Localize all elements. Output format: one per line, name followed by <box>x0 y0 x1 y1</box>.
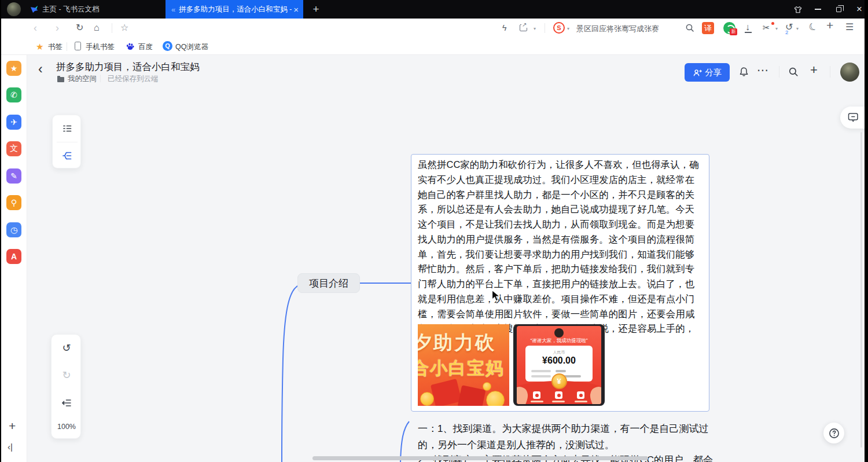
cash-quote: “谢谢大家，我成功提现啦” <box>517 338 601 344</box>
promo-line1: 夕助力砍 <box>418 330 496 356</box>
game-center-icon[interactable]: 新 <box>723 22 735 34</box>
cash-amount: ¥600.00 <box>525 355 593 366</box>
view-switch-panel <box>52 115 81 168</box>
forward-icon[interactable]: › <box>56 23 59 32</box>
menu-icon[interactable]: ☰ <box>845 23 854 32</box>
bookmarks-star-icon[interactable]: ★ <box>36 42 43 52</box>
comments-pill[interactable] <box>840 107 868 129</box>
new-badge: 新 <box>730 28 737 35</box>
feishu-favicon <box>30 5 38 13</box>
translate-icon[interactable]: 译 <box>702 22 714 34</box>
mini-app-icon <box>533 391 540 399</box>
tab-title: 主页 - 飞书云文档 <box>42 5 100 14</box>
dock-favorites-icon[interactable]: ★ <box>6 61 21 76</box>
bookmark-star-icon[interactable]: ☆ <box>120 23 128 32</box>
engine-caret-icon[interactable]: ▾ <box>567 26 569 31</box>
dark-mode-moon-icon[interactable]: ☾ <box>807 21 819 34</box>
tab-title: 拼多多助力项目，适合小白和宝妈 - <box>179 5 292 14</box>
back-icon[interactable]: ‹ <box>34 23 37 32</box>
dock-history-icon[interactable]: ◷ <box>6 222 21 237</box>
cash-avatar <box>554 328 564 338</box>
comment-icon <box>848 112 859 123</box>
maximize-button[interactable] <box>829 0 848 19</box>
new-tab-button[interactable]: + <box>309 2 323 16</box>
baidu-paw-icon[interactable] <box>126 42 135 51</box>
bookmark-item[interactable]: QQ浏览器 <box>175 42 208 52</box>
mindmap-node-step1[interactable]: 一：1、找到渠道。为大家提供两个助力渠道，有一个是自己测试过的，另外一个渠道是别… <box>418 421 714 453</box>
text-bar <box>556 370 566 372</box>
lightning-icon[interactable]: ϟ <box>502 23 506 32</box>
cash-screen: “谢谢大家，我成功提现啦” 人民币 ¥600.00 ¥ <box>517 326 601 404</box>
vertical-scrollbar[interactable] <box>860 132 862 448</box>
window-frame-right <box>865 0 868 462</box>
add-icon[interactable]: + <box>826 21 833 30</box>
browser-toolbar: ‹ › ↻ ⌂ ☆ ϟ ↗ ▾ S ▾ 景区回应将张骞写成张赛 译 新 ↓ ✂ … <box>0 19 868 38</box>
dock-add-icon[interactable]: + <box>9 419 16 433</box>
minimize-button[interactable] <box>808 0 827 19</box>
currency-label: 人民币 <box>525 350 593 355</box>
dock-search-icon[interactable]: ⚲ <box>6 195 21 210</box>
collapse-sidebar-icon[interactable]: ‹| <box>8 442 13 452</box>
screenshot-scissors-icon[interactable]: ✂ <box>763 23 770 32</box>
gold-coin <box>486 391 505 406</box>
home-icon[interactable]: ⌂ <box>94 23 100 32</box>
red-envelope <box>431 379 462 406</box>
dock-pdf-icon[interactable]: A <box>6 249 21 264</box>
redo-icon[interactable]: ↻ <box>52 369 82 382</box>
qq-browser-icon[interactable]: Q <box>163 41 172 51</box>
bookmark-item[interactable]: 书签 <box>48 42 62 52</box>
collapse-branches-icon[interactable] <box>61 397 72 409</box>
zoom-level[interactable]: 100% <box>52 423 82 431</box>
window-frame-left <box>0 0 1 462</box>
zoom-control-panel: ↺ ↻ 100% <box>51 334 81 439</box>
close-tab-icon[interactable]: × <box>293 5 299 14</box>
scissors-notification-dot <box>771 22 774 25</box>
bookmark-item[interactable]: 百度 <box>138 42 153 52</box>
scissors-caret-icon[interactable]: ▾ <box>775 26 778 31</box>
mindmap-node-detail-card[interactable]: 虽然拼CC家的助力和砍价行为，让很多人不喜欢，但也得承认，确实有不少人也真正提现… <box>411 154 709 412</box>
undo-caret-icon[interactable]: ▾ <box>796 26 799 31</box>
intro-paragraph: 虽然拼CC家的助力和砍价行为，让很多人不喜欢，但也得承认，确实有不少人也真正提现… <box>418 157 704 351</box>
mini-app-label <box>575 401 587 402</box>
mindmap-view-button[interactable] <box>53 142 82 169</box>
browser-profile-avatar[interactable] <box>7 2 21 16</box>
mini-app-label <box>552 401 565 402</box>
theme-skin-icon[interactable] <box>788 0 808 19</box>
tab-feishu-home[interactable]: 主页 - 飞书云文档 <box>24 0 165 19</box>
dock-translate-icon[interactable]: 文 <box>6 141 21 156</box>
search-engine-icon[interactable]: S <box>553 22 565 34</box>
question-icon <box>829 428 840 439</box>
undo-icon[interactable]: ↺ <box>52 342 82 354</box>
search-icon[interactable] <box>685 23 694 32</box>
sidebar-dock: ★ ✆ ✈ 文 ✎ ⚲ ◷ A + ‹| <box>0 55 27 462</box>
cash-screenshot-image[interactable]: “谢谢大家，我成功提现啦” 人民币 ¥600.00 ¥ <box>513 324 605 406</box>
download-icon[interactable]: ↓ <box>745 23 750 32</box>
browser-window: 主页 - 飞书云文档 « 拼多多助力项目，适合小白和宝妈 - × + × ‹ ›… <box>0 0 868 462</box>
mobile-bookmarks-icon[interactable] <box>75 42 81 50</box>
tab-bar: 主页 - 飞书云文档 « 拼多多助力项目，适合小白和宝妈 - × + × <box>0 0 868 19</box>
hot-search-text[interactable]: 景区回应将张骞写成张赛 <box>576 24 659 34</box>
horizontal-scrollbar[interactable] <box>312 456 648 460</box>
dock-travel-icon[interactable]: ✈ <box>6 115 21 130</box>
mini-app-icon <box>577 391 584 399</box>
promo-image[interactable]: 夕助力砍 合小白宝妈 <box>418 324 509 406</box>
tab-doc-active[interactable]: « 拼多多助力项目，适合小白和宝妈 - × <box>165 0 303 19</box>
mini-app-icon <box>555 391 562 399</box>
mindmap-icon <box>61 150 73 162</box>
send-caret-icon[interactable]: ▾ <box>534 26 536 31</box>
red-envelope <box>458 385 486 406</box>
undo-count: 2 <box>785 29 788 35</box>
cash-coin: ¥ <box>551 373 567 389</box>
reload-icon[interactable]: ↻ <box>76 23 83 32</box>
bookmark-item[interactable]: 手机书签 <box>86 42 115 52</box>
text-bar <box>531 370 551 372</box>
help-button[interactable] <box>823 423 844 443</box>
mindmap-node-intro[interactable]: 项目介绍 <box>297 273 360 293</box>
send-page-icon[interactable]: ↗ <box>520 24 527 31</box>
gold-coin <box>483 382 491 391</box>
download-bar <box>745 32 752 33</box>
dock-wechat-icon[interactable]: ✆ <box>6 87 21 102</box>
promo-line2: 合小白宝妈 <box>418 357 504 380</box>
dock-notes-icon[interactable]: ✎ <box>6 168 21 184</box>
outline-view-button[interactable] <box>53 115 82 142</box>
